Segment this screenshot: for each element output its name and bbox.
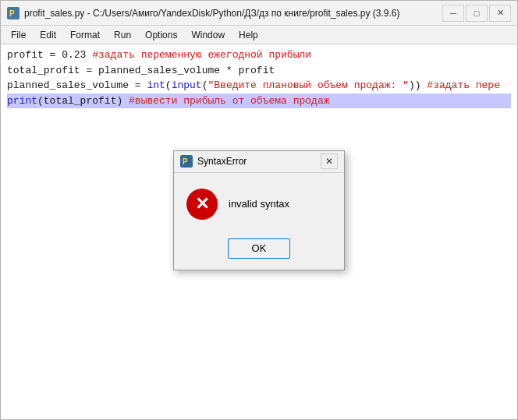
dialog-close-button[interactable]: ✕ <box>321 154 338 169</box>
ok-button[interactable]: OK <box>228 238 290 259</box>
svg-text:P: P <box>183 157 188 166</box>
dialog-body: ✕ invalid syntax <box>174 173 344 232</box>
dialog-footer: OK <box>174 232 344 270</box>
error-icon: ✕ <box>186 189 218 220</box>
dialog-title-bar: P SyntaxError ✕ <box>174 151 344 173</box>
error-x-symbol: ✕ <box>195 196 209 213</box>
dialog-title: SyntaxError <box>197 156 321 167</box>
dialog-python-icon: P <box>180 155 193 168</box>
main-window: P profit_sales.py - C:/Users/Амиго/Yande… <box>0 0 518 420</box>
syntax-error-dialog: P SyntaxError ✕ ✕ invalid syntax OK <box>173 150 345 270</box>
error-message: invalid syntax <box>229 198 289 210</box>
